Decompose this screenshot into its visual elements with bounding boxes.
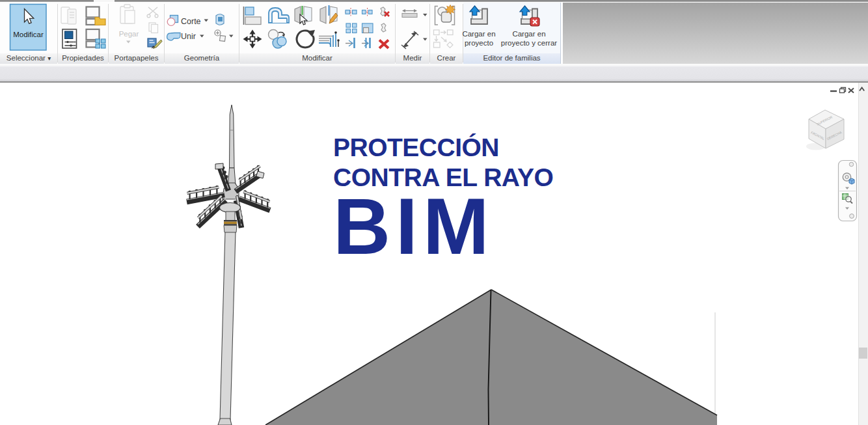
svg-text:Unir: Unir bbox=[181, 32, 196, 41]
svg-text:proyecto: proyecto bbox=[465, 39, 493, 47]
svg-text:Cargar en: Cargar en bbox=[512, 30, 545, 38]
svg-text:Cargar en: Cargar en bbox=[462, 30, 495, 38]
svg-text:Pegar: Pegar bbox=[119, 30, 139, 38]
svg-text:proyecto y cerrar: proyecto y cerrar bbox=[501, 39, 557, 47]
svg-text:Corte: Corte bbox=[181, 17, 201, 26]
svg-text:Modificar: Modificar bbox=[13, 31, 44, 38]
